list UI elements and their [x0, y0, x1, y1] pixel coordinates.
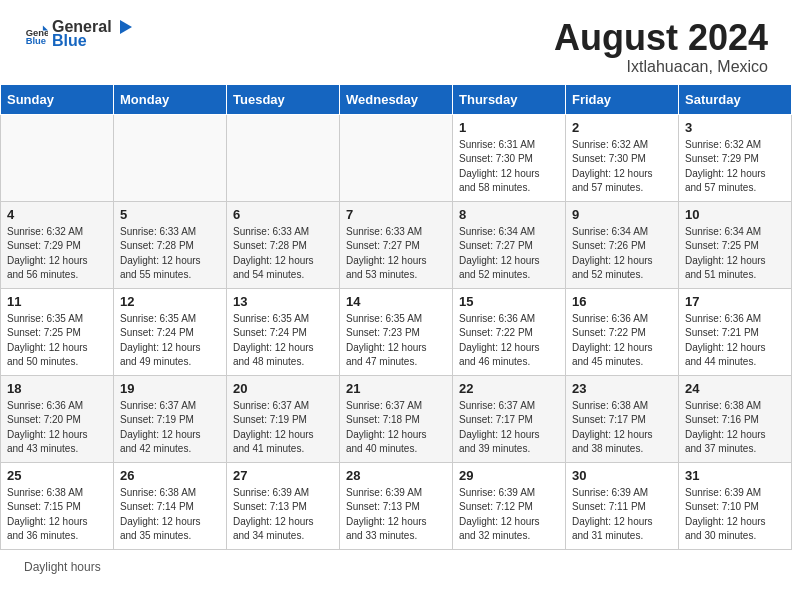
day-info: Sunrise: 6:35 AM Sunset: 7:24 PM Dayligh… — [233, 312, 333, 370]
day-info: Sunrise: 6:35 AM Sunset: 7:25 PM Dayligh… — [7, 312, 107, 370]
day-number: 20 — [233, 381, 333, 396]
calendar-table: SundayMondayTuesdayWednesdayThursdayFrid… — [0, 84, 792, 550]
day-info: Sunrise: 6:33 AM Sunset: 7:27 PM Dayligh… — [346, 225, 446, 283]
day-info: Sunrise: 6:32 AM Sunset: 7:30 PM Dayligh… — [572, 138, 672, 196]
calendar-cell: 8Sunrise: 6:34 AM Sunset: 7:27 PM Daylig… — [453, 201, 566, 288]
calendar-header-row: SundayMondayTuesdayWednesdayThursdayFrid… — [1, 84, 792, 114]
day-number: 31 — [685, 468, 785, 483]
svg-text:Blue: Blue — [26, 35, 46, 46]
day-info: Sunrise: 6:36 AM Sunset: 7:22 PM Dayligh… — [459, 312, 559, 370]
col-header-saturday: Saturday — [679, 84, 792, 114]
day-number: 6 — [233, 207, 333, 222]
day-number: 26 — [120, 468, 220, 483]
calendar-footer: Daylight hours — [0, 550, 792, 580]
calendar-cell: 12Sunrise: 6:35 AM Sunset: 7:24 PM Dayli… — [114, 288, 227, 375]
day-number: 25 — [7, 468, 107, 483]
day-info: Sunrise: 6:39 AM Sunset: 7:10 PM Dayligh… — [685, 486, 785, 544]
day-number: 1 — [459, 120, 559, 135]
col-header-sunday: Sunday — [1, 84, 114, 114]
calendar-cell: 6Sunrise: 6:33 AM Sunset: 7:28 PM Daylig… — [227, 201, 340, 288]
day-number: 17 — [685, 294, 785, 309]
calendar-cell: 31Sunrise: 6:39 AM Sunset: 7:10 PM Dayli… — [679, 462, 792, 549]
calendar-cell: 26Sunrise: 6:38 AM Sunset: 7:14 PM Dayli… — [114, 462, 227, 549]
day-number: 13 — [233, 294, 333, 309]
day-info: Sunrise: 6:35 AM Sunset: 7:24 PM Dayligh… — [120, 312, 220, 370]
calendar-cell: 30Sunrise: 6:39 AM Sunset: 7:11 PM Dayli… — [566, 462, 679, 549]
day-number: 23 — [572, 381, 672, 396]
day-info: Sunrise: 6:34 AM Sunset: 7:25 PM Dayligh… — [685, 225, 785, 283]
day-info: Sunrise: 6:38 AM Sunset: 7:16 PM Dayligh… — [685, 399, 785, 457]
day-number: 24 — [685, 381, 785, 396]
calendar-cell: 13Sunrise: 6:35 AM Sunset: 7:24 PM Dayli… — [227, 288, 340, 375]
calendar-cell: 22Sunrise: 6:37 AM Sunset: 7:17 PM Dayli… — [453, 375, 566, 462]
day-info: Sunrise: 6:37 AM Sunset: 7:18 PM Dayligh… — [346, 399, 446, 457]
calendar-location: Ixtlahuacan, Mexico — [554, 58, 768, 76]
calendar-cell: 27Sunrise: 6:39 AM Sunset: 7:13 PM Dayli… — [227, 462, 340, 549]
calendar-cell: 2Sunrise: 6:32 AM Sunset: 7:30 PM Daylig… — [566, 114, 679, 201]
calendar-week-row: 18Sunrise: 6:36 AM Sunset: 7:20 PM Dayli… — [1, 375, 792, 462]
calendar-cell: 25Sunrise: 6:38 AM Sunset: 7:15 PM Dayli… — [1, 462, 114, 549]
day-number: 10 — [685, 207, 785, 222]
day-info: Sunrise: 6:39 AM Sunset: 7:12 PM Dayligh… — [459, 486, 559, 544]
day-number: 4 — [7, 207, 107, 222]
day-number: 30 — [572, 468, 672, 483]
calendar-cell: 3Sunrise: 6:32 AM Sunset: 7:29 PM Daylig… — [679, 114, 792, 201]
calendar-cell: 16Sunrise: 6:36 AM Sunset: 7:22 PM Dayli… — [566, 288, 679, 375]
day-info: Sunrise: 6:38 AM Sunset: 7:17 PM Dayligh… — [572, 399, 672, 457]
day-number: 29 — [459, 468, 559, 483]
col-header-wednesday: Wednesday — [340, 84, 453, 114]
day-number: 12 — [120, 294, 220, 309]
day-number: 14 — [346, 294, 446, 309]
logo-arrow-icon — [114, 20, 132, 34]
day-number: 7 — [346, 207, 446, 222]
day-info: Sunrise: 6:38 AM Sunset: 7:15 PM Dayligh… — [7, 486, 107, 544]
col-header-monday: Monday — [114, 84, 227, 114]
daylight-label: Daylight hours — [24, 560, 101, 574]
calendar-cell: 1Sunrise: 6:31 AM Sunset: 7:30 PM Daylig… — [453, 114, 566, 201]
calendar-cell: 11Sunrise: 6:35 AM Sunset: 7:25 PM Dayli… — [1, 288, 114, 375]
calendar-week-row: 25Sunrise: 6:38 AM Sunset: 7:15 PM Dayli… — [1, 462, 792, 549]
calendar-cell: 14Sunrise: 6:35 AM Sunset: 7:23 PM Dayli… — [340, 288, 453, 375]
day-info: Sunrise: 6:36 AM Sunset: 7:20 PM Dayligh… — [7, 399, 107, 457]
col-header-thursday: Thursday — [453, 84, 566, 114]
calendar-cell: 20Sunrise: 6:37 AM Sunset: 7:19 PM Dayli… — [227, 375, 340, 462]
calendar-cell: 7Sunrise: 6:33 AM Sunset: 7:27 PM Daylig… — [340, 201, 453, 288]
day-info: Sunrise: 6:34 AM Sunset: 7:26 PM Dayligh… — [572, 225, 672, 283]
calendar-cell: 18Sunrise: 6:36 AM Sunset: 7:20 PM Dayli… — [1, 375, 114, 462]
day-info: Sunrise: 6:39 AM Sunset: 7:13 PM Dayligh… — [346, 486, 446, 544]
logo-icon: General Blue — [24, 22, 48, 46]
calendar-cell — [1, 114, 114, 201]
calendar-cell: 4Sunrise: 6:32 AM Sunset: 7:29 PM Daylig… — [1, 201, 114, 288]
day-number: 8 — [459, 207, 559, 222]
day-number: 19 — [120, 381, 220, 396]
calendar-cell: 5Sunrise: 6:33 AM Sunset: 7:28 PM Daylig… — [114, 201, 227, 288]
calendar-cell: 23Sunrise: 6:38 AM Sunset: 7:17 PM Dayli… — [566, 375, 679, 462]
calendar-week-row: 1Sunrise: 6:31 AM Sunset: 7:30 PM Daylig… — [1, 114, 792, 201]
day-number: 2 — [572, 120, 672, 135]
day-info: Sunrise: 6:39 AM Sunset: 7:11 PM Dayligh… — [572, 486, 672, 544]
col-header-friday: Friday — [566, 84, 679, 114]
day-info: Sunrise: 6:37 AM Sunset: 7:19 PM Dayligh… — [233, 399, 333, 457]
day-info: Sunrise: 6:34 AM Sunset: 7:27 PM Dayligh… — [459, 225, 559, 283]
logo: General Blue General Blue — [24, 18, 132, 50]
calendar-cell: 28Sunrise: 6:39 AM Sunset: 7:13 PM Dayli… — [340, 462, 453, 549]
day-info: Sunrise: 6:35 AM Sunset: 7:23 PM Dayligh… — [346, 312, 446, 370]
calendar-cell: 17Sunrise: 6:36 AM Sunset: 7:21 PM Dayli… — [679, 288, 792, 375]
day-number: 15 — [459, 294, 559, 309]
day-number: 11 — [7, 294, 107, 309]
day-number: 18 — [7, 381, 107, 396]
day-number: 22 — [459, 381, 559, 396]
calendar-cell — [227, 114, 340, 201]
calendar-week-row: 11Sunrise: 6:35 AM Sunset: 7:25 PM Dayli… — [1, 288, 792, 375]
day-number: 28 — [346, 468, 446, 483]
day-info: Sunrise: 6:33 AM Sunset: 7:28 PM Dayligh… — [233, 225, 333, 283]
day-number: 16 — [572, 294, 672, 309]
day-info: Sunrise: 6:36 AM Sunset: 7:22 PM Dayligh… — [572, 312, 672, 370]
calendar-cell: 24Sunrise: 6:38 AM Sunset: 7:16 PM Dayli… — [679, 375, 792, 462]
day-info: Sunrise: 6:37 AM Sunset: 7:17 PM Dayligh… — [459, 399, 559, 457]
col-header-tuesday: Tuesday — [227, 84, 340, 114]
calendar-cell: 21Sunrise: 6:37 AM Sunset: 7:18 PM Dayli… — [340, 375, 453, 462]
title-block: August 2024 Ixtlahuacan, Mexico — [554, 18, 768, 76]
day-info: Sunrise: 6:39 AM Sunset: 7:13 PM Dayligh… — [233, 486, 333, 544]
svg-marker-3 — [120, 20, 132, 34]
